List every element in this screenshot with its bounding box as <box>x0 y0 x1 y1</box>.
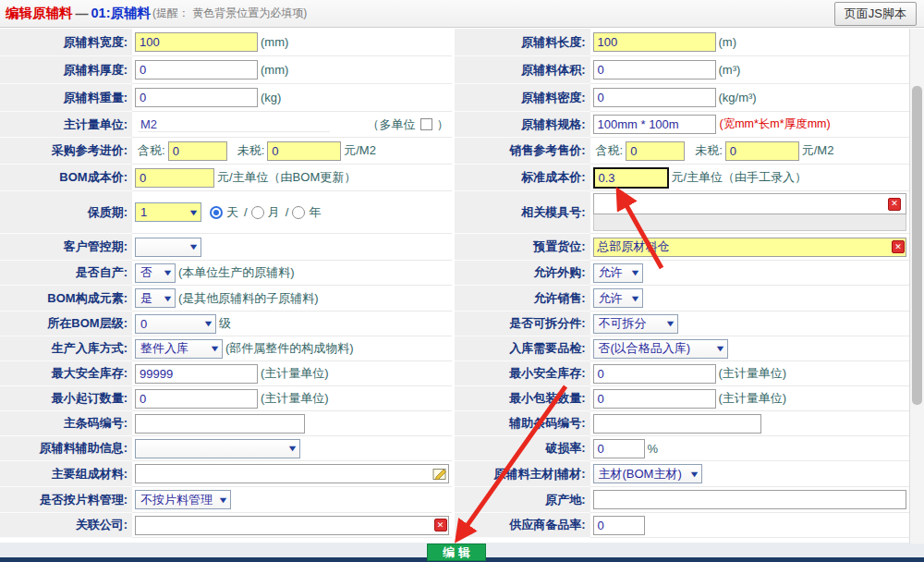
form-row: 原辅料厚度:0(mm)原辅料体积:0(m³) <box>0 56 909 84</box>
text-input[interactable]: 99999 <box>135 364 258 384</box>
delete-icon[interactable]: ✕ <box>892 240 905 253</box>
select-value: 不按片料管理 <box>140 492 213 508</box>
select-dropdown[interactable]: 允许▼ <box>593 263 643 283</box>
select-dropdown[interactable]: 整件入库▼ <box>135 339 223 359</box>
delete-icon[interactable]: ✕ <box>434 519 447 531</box>
field-label-text: 供应商备品率: <box>509 517 585 533</box>
field-text: 元/主单位（由手工录入） <box>672 169 808 186</box>
select-dropdown[interactable]: 不按片料管理▼ <box>135 490 231 509</box>
select-dropdown[interactable]: ▼ <box>135 439 300 458</box>
field-label: 供应商备品率: <box>455 513 590 538</box>
field-label: BOM构成元素: <box>0 286 132 312</box>
field-text: (主计量单位) <box>261 390 329 407</box>
field-value-cell: 是▼(是其他原辅料的子原辅料) <box>132 286 452 312</box>
select-dropdown[interactable]: 不可拆分▼ <box>593 314 678 334</box>
form-row: BOM构成元素:是▼(是其他原辅料的子原辅料)允许销售:允许▼ <box>0 286 909 312</box>
text-input[interactable]: 0 <box>593 439 645 458</box>
text-input[interactable]: 0 <box>135 88 258 107</box>
select-dropdown[interactable]: 否▼ <box>135 263 176 283</box>
field-label: 是否可拆分件: <box>455 312 590 336</box>
chevron-down-icon: ▼ <box>286 444 298 453</box>
field-text: (是其他原辅料的子原辅料) <box>178 290 319 307</box>
select-value: 允许 <box>599 290 623 307</box>
text-input[interactable]: 0 <box>593 389 716 409</box>
field-label-text: 关联公司: <box>76 517 128 533</box>
field-label: 允许销售: <box>455 286 590 312</box>
vertical-scrollbar[interactable] <box>909 29 924 544</box>
chevron-down-icon: ▼ <box>629 294 640 303</box>
text-input[interactable]: 100 <box>593 32 716 52</box>
select-dropdown[interactable]: 允许▼ <box>593 288 643 308</box>
text-input[interactable] <box>593 414 761 434</box>
delete-icon[interactable]: ✕ <box>888 198 901 211</box>
text-input[interactable]: 0 <box>725 141 799 161</box>
field-label-text: 原辅料规格: <box>521 116 585 133</box>
text-input[interactable]: 0.3 <box>593 167 669 189</box>
field-label-text: 辅助条码编号: <box>509 415 585 432</box>
text-input[interactable]: 0 <box>168 141 227 161</box>
text-input[interactable]: 0 <box>593 364 716 384</box>
text-input[interactable] <box>135 516 449 535</box>
form-row: 最小起订数量:0(主计量单位)最小包装数量:0(主计量单位) <box>0 386 909 411</box>
checkbox[interactable] <box>420 118 432 130</box>
field-label-text: 相关模具号: <box>521 204 585 221</box>
field-value-cell: 允许▼ <box>590 286 910 312</box>
field-value-cell: ▼ <box>132 234 452 261</box>
select-dropdown[interactable]: 主材(BOM主材)▼ <box>593 464 702 483</box>
edit-submit-button[interactable]: 编 辑 <box>427 544 486 561</box>
mold-input[interactable]: ✕ <box>593 193 907 214</box>
text-input[interactable]: 总部原材料仓 <box>593 238 907 257</box>
field-label-text: 所在BOM层级: <box>47 315 128 332</box>
text-input[interactable]: 0 <box>593 516 645 535</box>
text-input[interactable]: 0 <box>135 60 258 79</box>
field-label: 原辅料长度: <box>455 29 590 56</box>
page-js-script-button[interactable]: 页面JS脚本 <box>834 2 917 26</box>
text-input[interactable] <box>593 490 907 509</box>
field-value-cell: 0(主计量单位) <box>590 361 910 386</box>
form-row: 原辅料重量:0(kg)原辅料密度:0(kg/m³) <box>0 84 909 112</box>
text-input[interactable]: 100mm * 100m <box>593 115 716 134</box>
text-input[interactable]: 0 <box>135 168 214 188</box>
select-value: 0 <box>140 317 147 331</box>
select-dropdown[interactable]: 是▼ <box>135 288 176 308</box>
field-value-cell <box>132 411 452 436</box>
radio-label: 年 <box>309 204 321 221</box>
text-input[interactable]: 100 <box>135 32 258 52</box>
field-label: 主条码编号: <box>0 411 132 436</box>
text-input[interactable] <box>135 464 449 483</box>
select-dropdown[interactable]: 0▼ <box>135 314 216 334</box>
radio-button[interactable] <box>210 206 223 219</box>
text-input[interactable]: 0 <box>593 88 716 107</box>
form-row: 是否按片料管理:不按片料管理▼原产地: <box>0 487 909 513</box>
chevron-down-icon: ▼ <box>202 319 213 328</box>
field-text: (m) <box>719 35 737 49</box>
field-value-cell: ✕ <box>132 513 452 538</box>
field-label-text: 原辅料辅助信息: <box>40 440 128 457</box>
select-value: 不可拆分 <box>599 315 647 332</box>
field-label-text: 客户管控期: <box>64 238 128 255</box>
field-label-text: 标准成本价: <box>521 169 585 186</box>
field-value-cell: 0▼级 <box>132 312 452 336</box>
edit-icon[interactable] <box>432 467 448 482</box>
select-dropdown[interactable]: 否(以合格品入库)▼ <box>593 339 728 359</box>
radio-button[interactable] <box>251 206 264 219</box>
select-dropdown[interactable]: 1▼ <box>135 202 201 222</box>
field-text: 级 <box>219 315 231 332</box>
text-input[interactable]: 0 <box>626 141 685 161</box>
field-label: 原产地: <box>455 487 590 513</box>
text-input[interactable]: 0 <box>135 389 258 409</box>
radio-button[interactable] <box>292 206 305 219</box>
field-label: 是否按片料管理: <box>0 487 132 513</box>
field-label: 生产入库方式: <box>0 336 132 361</box>
form-row: 主条码编号:辅助条码编号: <box>0 411 909 436</box>
scrollbar-thumb[interactable] <box>912 86 922 405</box>
text-input[interactable] <box>135 414 305 434</box>
text-input[interactable]: 0 <box>593 60 716 79</box>
text-input[interactable]: 0 <box>267 141 341 161</box>
form-row: 最大安全库存:99999(主计量单位)最小安全库存:0(主计量单位) <box>0 361 909 386</box>
field-label: 最小起订数量: <box>0 386 132 411</box>
chevron-down-icon: ▼ <box>162 294 173 303</box>
select-dropdown[interactable]: ▼ <box>135 238 201 257</box>
field-label-text: 允许外购: <box>533 264 585 281</box>
field-text: (主计量单位) <box>719 390 787 407</box>
